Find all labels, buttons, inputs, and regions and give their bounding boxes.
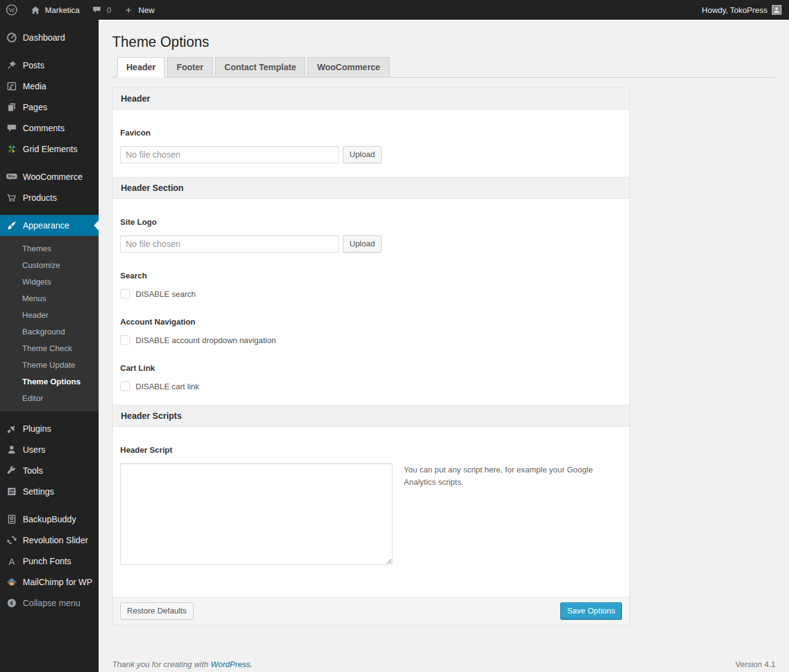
sidebar-subitem-header[interactable]: Header	[0, 307, 99, 323]
tab-contact-template[interactable]: Contact Template	[215, 57, 305, 77]
disable-search-checkbox[interactable]	[120, 289, 130, 299]
circle-arrow-left-icon	[6, 597, 18, 609]
sidebar-subitem-theme-options[interactable]: Theme Options	[0, 373, 99, 390]
sidebar-item-grid-elements[interactable]: Grid Elements	[0, 139, 99, 160]
collapse-menu-label: Collapse menu	[23, 598, 80, 608]
favicon-file-input[interactable]	[120, 146, 339, 163]
comment-bubble-icon	[6, 122, 18, 134]
sidebar-item-label: Punch Fonts	[23, 556, 72, 566]
sidebar-item-label: Users	[23, 445, 46, 455]
thanks-text: Thank you for creating with	[112, 660, 208, 669]
wordpress-link[interactable]: WordPress.	[211, 660, 253, 669]
sidebar-item-label: Plugins	[23, 424, 51, 434]
disable-cart-link-checkbox[interactable]	[120, 381, 130, 391]
sidebar-item-settings[interactable]: Settings	[0, 481, 99, 502]
sidebar-item-label: Grid Elements	[23, 144, 78, 154]
header-script-help: You can put any script here, for example…	[404, 463, 601, 565]
header-script-label: Header Script	[120, 445, 622, 455]
sidebar-item-label: Revolution Slider	[23, 535, 88, 545]
header-script-textarea[interactable]	[120, 463, 393, 565]
sidebar-item-plugins[interactable]: Plugins	[0, 418, 99, 439]
sidebar-item-mailchimp[interactable]: MailChimp for WP	[0, 572, 99, 593]
favicon-upload-button[interactable]: Upload	[343, 146, 382, 163]
site-logo-upload-button[interactable]: Upload	[343, 235, 382, 253]
site-logo-label: Site Logo	[120, 217, 622, 227]
account-navigation-label: Account Navigation	[120, 317, 622, 326]
avatar[interactable]	[772, 5, 782, 15]
monkey-icon	[6, 576, 18, 588]
panel-footer: Restore Defaults Save Options	[113, 597, 629, 625]
wordpress-logo-menu[interactable]: W	[0, 0, 23, 20]
tab-footer[interactable]: Footer	[167, 57, 213, 77]
pin-icon	[6, 59, 18, 71]
sidebar-item-punch-fonts[interactable]: A Punch Fonts	[0, 551, 99, 572]
svg-text:Woo: Woo	[8, 174, 16, 178]
sidebar-subitem-background[interactable]: Background	[0, 323, 99, 340]
sidebar-item-tools[interactable]: Tools	[0, 460, 99, 481]
sidebar-item-label: Dashboard	[23, 33, 65, 43]
page-footer: Thank you for creating with WordPress. V…	[112, 660, 775, 669]
new-content-menu[interactable]: New	[117, 0, 160, 20]
cart-link-label: Cart Link	[120, 363, 622, 373]
howdy-text[interactable]: Howdy, TokoPress	[702, 6, 767, 15]
site-logo-file-input[interactable]	[120, 235, 339, 253]
sidebar-item-label: MailChimp for WP	[23, 577, 92, 587]
sidebar-item-label: Media	[23, 81, 46, 91]
sidebar-item-label: Settings	[23, 487, 54, 496]
sidebar-item-label: BackupBuddy	[23, 514, 76, 524]
sidebar-item-users[interactable]: Users	[0, 439, 99, 460]
sidebar-subitem-menus[interactable]: Menus	[0, 290, 99, 307]
sidebar-subitem-customize[interactable]: Customize	[0, 257, 99, 273]
header-scripts-bar: Header Scripts	[113, 405, 629, 427]
restore-defaults-button[interactable]: Restore Defaults	[120, 602, 194, 620]
sidebar-item-label: Posts	[23, 60, 44, 70]
tab-woocommerce[interactable]: WooCommerce	[308, 57, 389, 77]
collapse-menu-button[interactable]: Collapse menu	[0, 593, 99, 613]
favicon-label: Favicon	[120, 128, 622, 137]
sidebar-item-label: Tools	[23, 466, 43, 476]
wrench-icon	[6, 464, 18, 477]
sidebar-subitem-themes[interactable]: Themes	[0, 240, 99, 257]
disable-account-nav-checkbox[interactable]	[120, 335, 130, 345]
disable-search-label: DISABLE search	[136, 289, 196, 299]
cart-icon	[6, 192, 18, 204]
admin-sidebar: Dashboard Posts Media Pages Comments	[0, 20, 99, 672]
paintbrush-icon	[6, 219, 18, 232]
new-label: New	[139, 6, 155, 15]
panel-title: Header	[113, 88, 629, 110]
sidebar-item-media[interactable]: Media	[0, 76, 99, 97]
wordpress-logo-icon: W	[6, 4, 18, 16]
tab-bar: Header Footer Contact Template WooCommer…	[112, 57, 775, 78]
media-frame-icon	[6, 80, 18, 92]
drive-icon	[6, 513, 18, 525]
sidebar-subitem-theme-check[interactable]: Theme Check	[0, 340, 99, 357]
sidebar-subitem-widgets[interactable]: Widgets	[0, 273, 99, 290]
comments-menu[interactable]: 0	[85, 0, 117, 20]
site-menu[interactable]: Marketica	[23, 0, 85, 20]
comment-bubble-icon	[91, 4, 103, 16]
refresh-icon	[6, 534, 18, 546]
plug-icon	[6, 423, 18, 435]
disable-account-nav-label: DISABLE account dropdown navigation	[136, 336, 276, 345]
tab-header[interactable]: Header	[117, 57, 165, 78]
sidebar-item-pages[interactable]: Pages	[0, 97, 99, 118]
sidebar-item-products[interactable]: Products	[0, 187, 99, 208]
pages-icon	[6, 101, 18, 113]
sidebar-item-backupbuddy[interactable]: BackupBuddy	[0, 509, 99, 530]
sidebar-item-appearance[interactable]: Appearance	[0, 215, 99, 236]
sidebar-item-woocommerce[interactable]: Woo WooCommerce	[0, 166, 99, 187]
sidebar-item-posts[interactable]: Posts	[0, 55, 99, 76]
sidebar-subitem-theme-update[interactable]: Theme Update	[0, 357, 99, 373]
sidebar-item-label: Pages	[23, 102, 47, 112]
sidebar-item-revolution-slider[interactable]: Revolution Slider	[0, 530, 99, 551]
sidebar-item-label: Comments	[23, 123, 65, 133]
gauge-icon	[6, 31, 18, 44]
save-options-button[interactable]: Save Options	[560, 602, 622, 620]
letter-a-icon: A	[6, 555, 18, 567]
home-icon	[29, 4, 41, 16]
sidebar-subitem-editor[interactable]: Editor	[0, 390, 99, 407]
sidebar-item-label: WooCommerce	[23, 172, 83, 182]
sidebar-item-dashboard[interactable]: Dashboard	[0, 27, 99, 48]
sidebar-item-comments[interactable]: Comments	[0, 118, 99, 139]
main-content: Theme Options Header Footer Contact Temp…	[99, 20, 789, 672]
